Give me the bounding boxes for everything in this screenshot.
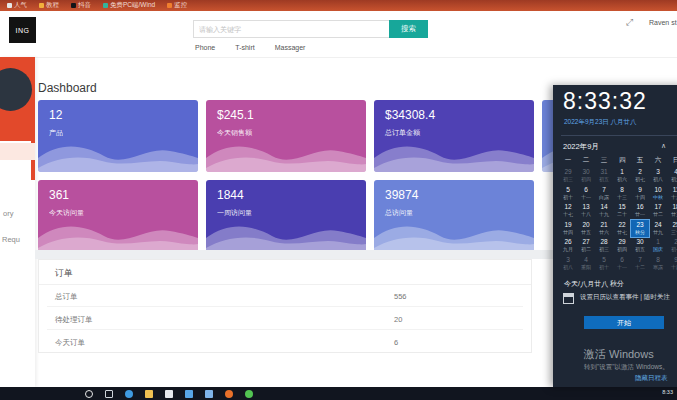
calendar-day[interactable]: 21廿六 — [595, 220, 613, 238]
bookmark-favicon — [103, 3, 108, 8]
chevron-up-icon[interactable]: ∧ — [661, 142, 666, 150]
stat-card-value: $245.1 — [217, 108, 254, 122]
order-row-value: 20 — [394, 315, 402, 324]
screen: 人气教程抖音免费PC端/Wind监控 ING 搜索 Phone T-shirt … — [0, 0, 677, 400]
bookmark-favicon — [167, 3, 172, 8]
calendar-day[interactable]: 2初七 — [631, 167, 649, 185]
bookmark-item[interactable]: 抖音 — [71, 1, 91, 10]
calendar-day[interactable]: 14十九 — [595, 202, 613, 220]
calendar-day[interactable]: 4重阳 — [577, 255, 595, 273]
start-button[interactable]: 开始 — [584, 316, 664, 329]
bookmark-favicon — [7, 3, 12, 8]
bookmark-item[interactable]: 教程 — [39, 1, 59, 10]
order-row-label: 总订单 — [55, 292, 78, 302]
explorer-icon[interactable] — [145, 390, 153, 398]
nav-item-massager[interactable]: Massager — [275, 44, 306, 51]
calendar-day[interactable]: 29初三 — [559, 167, 577, 185]
calendar-day[interactable]: 13十八 — [577, 202, 595, 220]
bookmark-item[interactable]: 人气 — [7, 1, 27, 10]
wechat-icon[interactable] — [245, 390, 253, 398]
weekday-label: 一 — [559, 156, 577, 165]
calendar-day[interactable]: 12十七 — [559, 202, 577, 220]
calendar-month-label[interactable]: 2022年9月 — [563, 142, 599, 152]
firefox-icon[interactable] — [225, 390, 233, 398]
calendar-day[interactable]: 16廿一 — [631, 202, 649, 220]
calendar-day[interactable]: 15二十 — [613, 202, 631, 220]
calendar-day[interactable]: 18廿三 — [667, 202, 677, 220]
sidebar-active-item[interactable] — [0, 143, 35, 160]
calendar-day[interactable]: 10中秋 — [649, 185, 667, 203]
account-name[interactable]: Raven st — [649, 19, 677, 26]
sidebar: ory Requ — [0, 57, 35, 387]
calendar-day[interactable]: 9十四 — [667, 255, 677, 273]
calendar-day[interactable]: 6十一 — [613, 255, 631, 273]
search-button[interactable]: 搜索 — [389, 20, 428, 38]
stat-card: 361今天访问量 — [38, 180, 198, 252]
calendar-day[interactable]: 5初十 — [559, 185, 577, 203]
calendar-day[interactable]: 20廿五 — [577, 220, 595, 238]
calendar-day[interactable]: 30初五 — [631, 237, 649, 255]
calendar-day[interactable]: 28初三 — [595, 237, 613, 255]
calendar-day[interactable]: 9十四 — [631, 185, 649, 203]
calendar-day[interactable]: 3初八 — [649, 167, 667, 185]
calendar-day[interactable]: 2初七 — [667, 237, 677, 255]
edge-icon[interactable] — [125, 390, 133, 398]
calendar-day[interactable]: 29初四 — [613, 237, 631, 255]
calendar-grid: 29初三30初四31初五1初六2初七3初八4初九5初十6十一7白露8十三9十四1… — [559, 167, 677, 272]
mail-icon[interactable] — [185, 390, 193, 398]
taskview-icon[interactable] — [105, 390, 113, 398]
nav-item-tshirt[interactable]: T-shirt — [235, 44, 254, 51]
photos-icon[interactable] — [205, 390, 213, 398]
hide-agenda-link[interactable]: 隐藏日程表 — [635, 374, 668, 383]
calendar-day[interactable]: 17廿二 — [649, 202, 667, 220]
order-row-value: 6 — [394, 338, 398, 347]
nav-item-phone[interactable]: Phone — [195, 44, 215, 51]
search-icon[interactable] — [85, 390, 93, 398]
calendar-day[interactable]: 3初八 — [559, 255, 577, 273]
calendar-day-today[interactable]: 23秋分 — [631, 220, 649, 238]
weekday-label: 六 — [649, 156, 667, 165]
bookmark-item[interactable]: 免费PC端/Wind — [103, 1, 155, 10]
calendar-day[interactable]: 30初四 — [577, 167, 595, 185]
search-input[interactable] — [194, 26, 389, 33]
calendar-day[interactable]: 1国庆 — [649, 237, 667, 255]
taskbar-clock[interactable]: 8:33 — [662, 389, 673, 395]
calendar-day[interactable]: 5初十 — [595, 255, 613, 273]
stat-card: $245.1今天销售额 — [206, 100, 366, 172]
calendar-day[interactable]: 24廿九 — [649, 220, 667, 238]
weekday-label: 日 — [667, 156, 677, 165]
sidebar-item-category[interactable]: ory — [3, 209, 13, 218]
clock-calendar-flyout: 8:33:32 2022年9月23日 八月廿八 2022年9月 ∧ 一 二 三 … — [553, 85, 677, 387]
calendar-day[interactable]: 8十三 — [613, 185, 631, 203]
store-logo[interactable]: ING — [9, 17, 36, 43]
calendar-day[interactable]: 8寒露 — [649, 255, 667, 273]
calendar-day[interactable]: 7白露 — [595, 185, 613, 203]
calendar-day[interactable]: 25三十 — [667, 220, 677, 238]
calendar-day[interactable]: 19廿四 — [559, 220, 577, 238]
divider — [561, 135, 677, 136]
calendar-day[interactable]: 1初六 — [613, 167, 631, 185]
calendar-day[interactable]: 11十六 — [667, 185, 677, 203]
weekday-label: 二 — [577, 156, 595, 165]
calendar-day[interactable]: 7十二 — [631, 255, 649, 273]
stat-card-label: 今天销售额 — [217, 128, 252, 138]
table-row: 待处理订单 20 — [39, 307, 531, 330]
weekday-label: 四 — [613, 156, 631, 165]
stat-card-value: 39874 — [385, 188, 418, 202]
calendar-day[interactable]: 4初九 — [667, 167, 677, 185]
stat-card: 1844一周访问量 — [206, 180, 366, 252]
sidebar-item-request[interactable]: Requ — [2, 235, 20, 244]
calendar-setup-text: 设置日历以查看事件 | 随时关注 — [580, 293, 677, 301]
bookmark-item[interactable]: 监控 — [167, 1, 187, 10]
avatar[interactable] — [0, 68, 32, 111]
calendar-day[interactable]: 22廿七 — [613, 220, 631, 238]
store-icon[interactable] — [165, 390, 173, 398]
today-agenda-label: 今天/八月廿八 秋分 — [564, 279, 624, 289]
calendar-day[interactable]: 27初二 — [577, 237, 595, 255]
calendar-day[interactable]: 31初五 — [595, 167, 613, 185]
fullscreen-icon[interactable]: ⤢ — [626, 17, 633, 28]
stat-card-value: 1844 — [217, 188, 244, 202]
calendar-day[interactable]: 26九月 — [559, 237, 577, 255]
calendar-day[interactable]: 6十一 — [577, 185, 595, 203]
order-row-value: 556 — [394, 292, 407, 301]
